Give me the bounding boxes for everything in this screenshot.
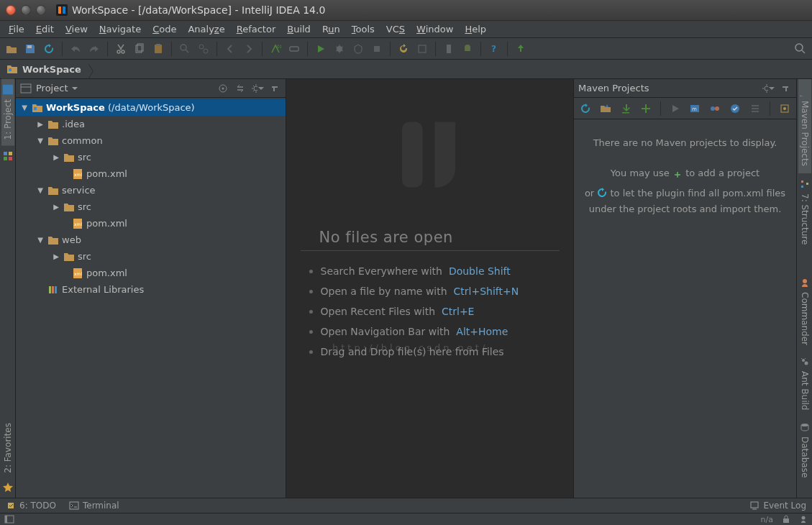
svg-rect-23 (4, 152, 7, 155)
project-tool-tab[interactable]: 1: Project (1, 79, 14, 146)
scroll-from-source-button[interactable] (216, 82, 229, 95)
svg-point-29 (222, 87, 224, 89)
update-button[interactable] (512, 40, 529, 58)
lock-icon[interactable] (782, 515, 790, 524)
undo-button[interactable] (67, 40, 84, 58)
structure-small-icon[interactable] (2, 150, 14, 162)
breadcrumb-root[interactable]: WorkSpace (4, 62, 88, 76)
maven-run-button[interactable] (667, 100, 684, 117)
maven-download-button[interactable] (617, 100, 634, 117)
structure-tab-icon (800, 179, 810, 189)
editor-area[interactable]: No files are open http://blog.csdn.net/ … (286, 79, 573, 498)
maven-reimport-button[interactable] (577, 100, 594, 117)
terminal-tool-tab[interactable]: Terminal (69, 501, 119, 511)
save-all-button[interactable] (22, 40, 39, 58)
maven-tool-tab[interactable]: m Maven Projects (798, 79, 811, 173)
menu-run[interactable]: Run (316, 22, 346, 36)
project-panel-title[interactable]: Project (36, 83, 212, 93)
todo-tool-tab[interactable]: 6: TODO (6, 501, 56, 511)
paste-button[interactable] (150, 40, 167, 58)
svg-rect-40 (55, 286, 57, 293)
menu-code[interactable]: Code (147, 22, 182, 36)
copy-button[interactable] (131, 40, 148, 58)
menu-tools[interactable]: Tools (346, 22, 380, 36)
tree-node-web[interactable]: ▼ web (16, 232, 286, 248)
svg-text:xml: xml (74, 172, 82, 177)
maven-execute-goal-button[interactable]: m (687, 100, 704, 117)
commit-button[interactable] (414, 40, 431, 58)
tree-node-service-src[interactable]: ▶ src (16, 198, 286, 215)
tree-node-web-pom[interactable]: xml pom.xml (16, 265, 286, 281)
menu-view[interactable]: View (60, 22, 93, 36)
run-button[interactable] (312, 40, 329, 58)
commander-tool-tab[interactable]: Commander (798, 272, 811, 351)
synchronize-button[interactable] (40, 40, 58, 58)
find-button[interactable] (176, 40, 193, 58)
maven-add-button[interactable] (637, 100, 654, 117)
favorites-tool-tab[interactable]: 2: Favorites (1, 417, 14, 479)
search-everywhere-button[interactable] (792, 40, 809, 58)
window-maximize-button[interactable] (36, 5, 46, 15)
ant-tool-tab[interactable]: Ant Build (798, 351, 811, 416)
menu-edit[interactable]: Edit (30, 22, 60, 36)
maven-skip-tests-button[interactable] (726, 100, 744, 117)
tree-node-service[interactable]: ▼ service (16, 182, 286, 198)
tree-node-service-pom[interactable]: xml pom.xml (16, 215, 286, 232)
window-minimize-button[interactable] (21, 5, 31, 15)
debug-button[interactable] (331, 40, 348, 58)
maven-hide-button[interactable] (779, 82, 792, 95)
sdk-manager-button[interactable] (459, 40, 476, 58)
tree-node-idea[interactable]: ▶ .idea (16, 116, 286, 132)
hide-button[interactable] (268, 82, 281, 95)
coverage-button[interactable] (350, 40, 367, 58)
maven-collapse-button[interactable] (776, 100, 793, 117)
help-button[interactable]: ? (485, 40, 503, 58)
replace-button[interactable] (195, 40, 212, 58)
tree-node-common-pom[interactable]: xml pom.xml (16, 165, 286, 182)
event-log-tab[interactable]: Event Log (749, 501, 806, 511)
collapse-all-button[interactable] (234, 82, 247, 95)
plus-icon[interactable]: ＋ (672, 167, 683, 183)
tool-windows-toggle-icon[interactable] (4, 514, 14, 524)
update-project-button[interactable] (395, 40, 412, 58)
ant-tab-label: Ant Build (800, 371, 810, 410)
tree-node-common[interactable]: ▼ common (16, 132, 286, 149)
back-button[interactable] (222, 40, 239, 58)
menu-window[interactable]: Window (411, 22, 459, 36)
tree-node-common-src[interactable]: ▶ src (16, 149, 286, 165)
refresh-icon[interactable] (597, 188, 607, 202)
project-tool-window: Project ▼ WorkSpace (/data/WorkSpace) ▶ … (16, 79, 286, 498)
tree-node-external-libs[interactable]: External Libraries (16, 281, 286, 298)
inspector-icon[interactable] (799, 515, 808, 524)
maven-settings-button[interactable] (762, 82, 775, 95)
menu-build[interactable]: Build (281, 22, 316, 36)
menu-navigate[interactable]: Navigate (93, 22, 147, 36)
svg-text:xml: xml (74, 271, 82, 276)
project-tree[interactable]: ▼ WorkSpace (/data/WorkSpace) ▶ .idea ▼ … (16, 98, 286, 498)
avd-button[interactable] (440, 40, 457, 58)
maven-toggle-offline-button[interactable] (706, 100, 724, 117)
menu-vcs[interactable]: VCS (380, 22, 411, 36)
make-project-button[interactable]: 01 (267, 40, 284, 58)
maven-panel-title: Maven Projects (578, 83, 757, 93)
tree-node-web-src[interactable]: ▶ src (16, 248, 286, 265)
menu-refactor[interactable]: Refactor (231, 22, 282, 36)
svg-rect-16 (374, 46, 380, 52)
run-config-dropdown[interactable] (286, 40, 303, 58)
redo-button[interactable] (86, 40, 103, 58)
tree-node-root[interactable]: ▼ WorkSpace (/data/WorkSpace) (16, 99, 286, 116)
forward-button[interactable] (240, 40, 257, 58)
menu-analyze[interactable]: Analyze (182, 22, 230, 36)
structure-tool-tab[interactable]: 7: Structure (798, 173, 811, 250)
stop-button[interactable] (368, 40, 386, 58)
window-close-button[interactable] (6, 5, 16, 15)
settings-button[interactable] (251, 82, 264, 95)
database-tool-tab[interactable]: Database (798, 416, 811, 483)
open-file-button[interactable] (3, 40, 20, 58)
terminal-icon (69, 501, 79, 511)
cut-button[interactable] (112, 40, 129, 58)
maven-show-deps-button[interactable] (747, 100, 764, 117)
menu-file[interactable]: File (3, 22, 30, 36)
maven-generate-sources-button[interactable] (597, 100, 614, 117)
menu-help[interactable]: Help (459, 22, 492, 36)
